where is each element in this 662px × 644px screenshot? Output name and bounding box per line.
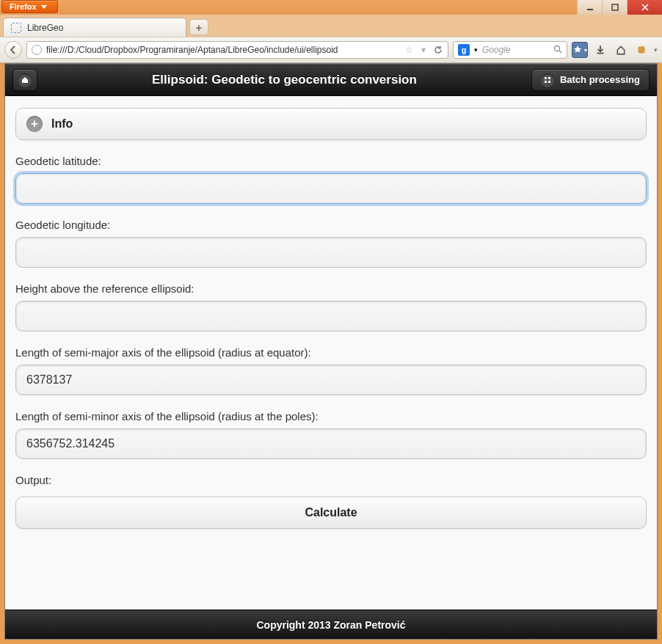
favorite-star-icon[interactable]: ☆ xyxy=(404,45,414,55)
navigation-toolbar: file:///D:/Cloud/Dropbox/Programiranje/A… xyxy=(0,37,662,63)
minimize-icon xyxy=(586,4,594,11)
grid-icon xyxy=(541,73,554,87)
favicon-icon xyxy=(11,23,21,33)
toolbar-overflow-icon[interactable]: ▾ xyxy=(654,46,658,54)
height-input[interactable] xyxy=(15,301,647,332)
tab-strip: LibreGeo + xyxy=(0,15,662,37)
svg-rect-4 xyxy=(545,77,547,79)
latitude-input[interactable] xyxy=(15,173,647,204)
batch-processing-button[interactable]: Batch processing xyxy=(531,69,650,91)
svg-rect-7 xyxy=(548,81,550,83)
bookmark-star-icon xyxy=(572,45,583,55)
close-icon xyxy=(641,4,649,11)
svg-rect-1 xyxy=(612,4,618,10)
svg-rect-3 xyxy=(638,46,644,53)
page: Ellipsoid: Geodetic to geocentric conver… xyxy=(4,63,658,640)
app-footer: Copyright 2013 Zoran Petrović xyxy=(5,610,657,639)
firefox-menu-label: Firefox xyxy=(10,2,37,11)
search-placeholder: Google xyxy=(482,45,549,55)
semi-minor-input[interactable] xyxy=(15,428,647,459)
arrow-left-icon xyxy=(9,45,18,54)
addon-button[interactable] xyxy=(633,42,650,58)
maximize-icon xyxy=(611,4,619,11)
chevron-down-icon: ▾ xyxy=(584,47,587,54)
search-box[interactable]: g ▾ Google xyxy=(453,41,567,59)
footer-text: Copyright 2013 Zoran Petrović xyxy=(256,619,405,631)
info-label: Info xyxy=(51,117,73,131)
calculate-label: Calculate xyxy=(305,506,357,519)
browser-tab[interactable]: LibreGeo xyxy=(3,18,186,37)
viewport: Ellipsoid: Geodetic to geocentric conver… xyxy=(0,63,662,644)
url-bar[interactable]: file:///D:/Cloud/Dropbox/Programiranje/A… xyxy=(26,41,448,59)
puzzle-icon xyxy=(636,45,647,55)
svg-rect-0 xyxy=(587,9,593,10)
window-maximize-button[interactable] xyxy=(602,0,627,15)
semi-major-input[interactable] xyxy=(15,365,647,395)
back-button[interactable] xyxy=(4,41,22,59)
content-area: + Info Geodetic latitude: Geodetic longi… xyxy=(5,96,657,610)
new-tab-button[interactable]: + xyxy=(189,19,208,35)
batch-processing-label: Batch processing xyxy=(560,74,640,85)
search-dropdown-icon[interactable]: ▾ xyxy=(474,46,478,54)
svg-point-2 xyxy=(555,45,560,51)
latitude-label: Geodetic latitude: xyxy=(15,155,647,167)
info-collapsible[interactable]: + Info xyxy=(15,108,647,140)
bookmarks-button[interactable]: ▾ xyxy=(572,42,588,58)
semi-major-label: Length of semi-major axis of the ellipso… xyxy=(15,346,647,359)
reload-icon xyxy=(434,45,443,54)
calculate-button[interactable]: Calculate xyxy=(15,497,647,529)
window-close-button[interactable] xyxy=(627,0,662,15)
dropdown-history-icon[interactable]: ▾ xyxy=(418,45,429,55)
height-label: Height above the reference ellipsoid: xyxy=(15,282,647,295)
chevron-down-icon xyxy=(41,5,47,9)
home-icon xyxy=(616,45,626,55)
plus-icon: + xyxy=(26,116,43,132)
globe-icon xyxy=(32,45,42,55)
downloads-button[interactable] xyxy=(592,42,608,58)
window-minimize-button[interactable] xyxy=(577,0,602,15)
home-icon xyxy=(18,73,32,87)
longitude-label: Geodetic longitude: xyxy=(15,219,647,231)
home-button[interactable] xyxy=(613,42,629,58)
firefox-menu-button[interactable]: Firefox xyxy=(1,0,58,13)
download-icon xyxy=(595,45,605,55)
window-titlebar: Firefox xyxy=(0,0,662,15)
semi-minor-label: Length of semi-minor axis of the ellipso… xyxy=(15,410,647,422)
tab-title: LibreGeo xyxy=(27,23,63,33)
page-title: Ellipsoid: Geodetic to geocentric conver… xyxy=(37,73,531,87)
search-icon[interactable] xyxy=(553,45,562,56)
svg-rect-5 xyxy=(548,77,550,79)
longitude-input[interactable] xyxy=(15,237,647,268)
home-nav-button[interactable] xyxy=(12,69,37,91)
url-text: file:///D:/Cloud/Dropbox/Programiranje/A… xyxy=(46,45,399,55)
reload-button[interactable] xyxy=(433,45,443,55)
output-label: Output: xyxy=(15,474,647,486)
app-header: Ellipsoid: Geodetic to geocentric conver… xyxy=(5,64,657,96)
svg-rect-6 xyxy=(545,81,547,83)
google-icon: g xyxy=(458,44,470,56)
